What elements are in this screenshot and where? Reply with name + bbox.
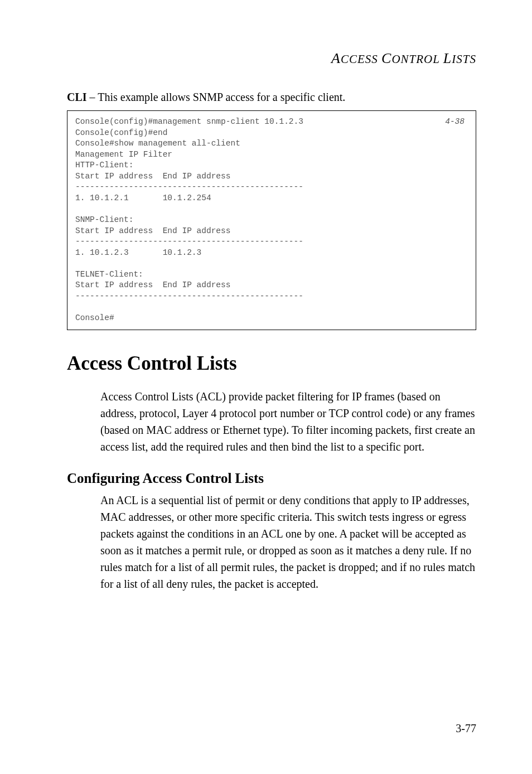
intro-bold-lead: CLI: [67, 91, 87, 103]
page-number: 3-77: [456, 722, 476, 735]
code-text: Console(config)#management snmp-client 1…: [75, 117, 303, 322]
running-head: ACCESS CONTROL LISTS: [67, 50, 476, 67]
code-page-ref: 4-38: [445, 117, 465, 128]
intro-rest: – This example allows SNMP access for a …: [87, 91, 346, 103]
subsection-paragraph: An ACL is a sequential list of permit or…: [100, 492, 476, 592]
subsection-title: Configuring Access Control Lists: [67, 471, 476, 486]
running-head-text: ACCESS CONTROL LISTS: [331, 52, 476, 66]
section-paragraph: Access Control Lists (ACL) provide packe…: [100, 388, 476, 455]
intro-paragraph: CLI – This example allows SNMP access fo…: [67, 89, 476, 105]
section-title: Access Control Lists: [67, 352, 476, 375]
cli-code-block: 4-38Console(config)#management snmp-clie…: [67, 110, 476, 330]
